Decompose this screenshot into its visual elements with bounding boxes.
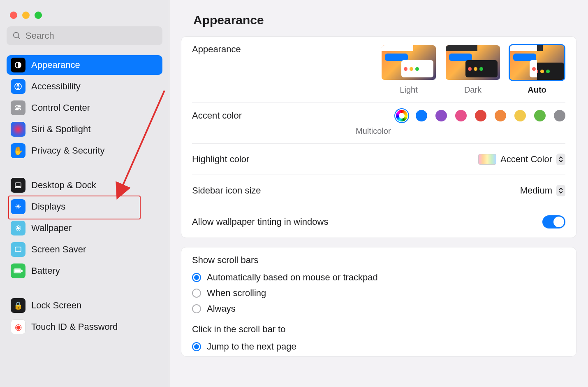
sidebar-item-label: Screen Saver bbox=[31, 244, 86, 255]
sidebar-item-screensaver[interactable]: Screen Saver bbox=[7, 240, 162, 259]
sidebar-item-battery[interactable]: Battery bbox=[7, 261, 162, 281]
radio-label: Always bbox=[207, 303, 236, 314]
theme-label: Dark bbox=[464, 85, 482, 95]
wallpaper-icon: ❀ bbox=[11, 221, 25, 235]
appearance-label: Appearance bbox=[192, 44, 380, 55]
radio-icon bbox=[192, 342, 201, 351]
svg-rect-11 bbox=[15, 247, 21, 252]
svg-rect-14 bbox=[15, 270, 20, 272]
highlight-value: Accent Color bbox=[500, 154, 552, 165]
click-title: Click in the scroll bar to bbox=[192, 324, 565, 335]
accent-graphite[interactable] bbox=[554, 110, 565, 121]
sidebar-icon-select[interactable]: Medium bbox=[520, 185, 565, 196]
scroll-title: Show scroll bars bbox=[192, 255, 565, 266]
sidebar-item-label: Control Center bbox=[31, 103, 90, 113]
close-icon[interactable] bbox=[10, 12, 17, 19]
accent-label: Accent color bbox=[192, 110, 396, 121]
sidebar-item-label: Siri & Spotlight bbox=[31, 124, 90, 135]
sidebar-item-siri[interactable]: Siri & Spotlight bbox=[7, 119, 162, 139]
highlight-select[interactable]: Accent Color bbox=[478, 154, 565, 165]
scroll-option-when[interactable]: When scrolling bbox=[192, 285, 565, 301]
theme-option-dark[interactable]: Dark bbox=[444, 44, 501, 95]
accent-purple[interactable] bbox=[435, 110, 447, 121]
svg-point-4 bbox=[17, 84, 19, 85]
scroll-panel: Show scroll bars Automatically based on … bbox=[181, 247, 576, 357]
accent-color-list bbox=[396, 110, 565, 121]
accent-multicolor[interactable] bbox=[396, 110, 407, 121]
theme-option-light[interactable]: Light bbox=[380, 44, 437, 95]
sidebar-item-lockscreen[interactable]: 🔒 Lock Screen bbox=[7, 296, 162, 315]
zoom-icon[interactable] bbox=[35, 12, 42, 19]
sidebar-item-displays[interactable]: ☀ Displays bbox=[7, 197, 162, 217]
sidebar-item-label: Touch ID & Password bbox=[31, 322, 118, 332]
accessibility-icon bbox=[11, 79, 25, 94]
sidebar: Appearance Accessibility Control Center … bbox=[0, 0, 169, 387]
radio-icon bbox=[192, 273, 201, 282]
theme-label: Light bbox=[400, 85, 417, 95]
accent-row: Accent color Multicolor bbox=[192, 103, 565, 144]
hand-icon: ✋ bbox=[11, 143, 25, 158]
window-controls bbox=[4, 7, 165, 26]
sidebar-item-label: Appearance bbox=[31, 60, 80, 70]
highlight-swatch-icon bbox=[478, 154, 496, 165]
radio-icon bbox=[192, 289, 201, 298]
sidebar-icon-value: Medium bbox=[520, 185, 552, 196]
scroll-option-auto[interactable]: Automatically based on mouse or trackpad bbox=[192, 270, 565, 285]
radio-label: When scrolling bbox=[207, 288, 266, 298]
search-field[interactable] bbox=[7, 26, 162, 45]
accent-pink[interactable] bbox=[455, 110, 467, 121]
sidebar-item-control-center[interactable]: Control Center bbox=[7, 98, 162, 118]
radio-label: Jump to the next page bbox=[207, 341, 296, 352]
theme-label: Auto bbox=[528, 85, 546, 95]
sidebar-icon-row: Sidebar icon size Medium bbox=[192, 175, 565, 206]
search-input[interactable] bbox=[25, 30, 157, 41]
siri-icon bbox=[11, 122, 25, 137]
appearance-row: Appearance Light Dark Auto bbox=[192, 37, 565, 103]
radio-icon bbox=[192, 304, 201, 313]
sidebar-item-wallpaper[interactable]: ❀ Wallpaper bbox=[7, 218, 162, 238]
sidebar-item-privacy[interactable]: ✋ Privacy & Security bbox=[7, 141, 162, 161]
theme-option-auto[interactable]: Auto bbox=[509, 44, 565, 95]
accent-blue[interactable] bbox=[416, 110, 427, 121]
highlight-label: Highlight color bbox=[192, 154, 478, 165]
sidebar-nav: Appearance Accessibility Control Center … bbox=[4, 55, 165, 337]
accent-orange[interactable] bbox=[495, 110, 506, 121]
appearance-panel: Appearance Light Dark Auto bbox=[181, 36, 576, 238]
svg-point-0 bbox=[14, 33, 19, 38]
sidebar-item-label: Desktop & Dock bbox=[31, 180, 96, 191]
sidebar-item-accessibility[interactable]: Accessibility bbox=[7, 77, 162, 96]
tinting-toggle[interactable] bbox=[542, 215, 565, 228]
svg-rect-5 bbox=[15, 105, 21, 107]
search-icon bbox=[12, 31, 21, 40]
sidebar-item-label: Lock Screen bbox=[31, 300, 81, 311]
accent-caption: Multicolor bbox=[356, 126, 391, 136]
accent-red[interactable] bbox=[475, 110, 486, 121]
displays-icon: ☀ bbox=[11, 199, 25, 214]
dock-icon bbox=[11, 178, 25, 193]
page-title: Appearance bbox=[169, 0, 588, 36]
sidebar-item-label: Battery bbox=[31, 266, 60, 276]
control-center-icon bbox=[11, 100, 25, 115]
sidebar-item-appearance[interactable]: Appearance bbox=[7, 55, 162, 75]
battery-icon bbox=[11, 263, 25, 278]
sidebar-item-label: Wallpaper bbox=[31, 223, 72, 233]
svg-point-8 bbox=[19, 109, 20, 110]
click-option-jump[interactable]: Jump to the next page bbox=[192, 339, 565, 354]
tinting-row: Allow wallpaper tinting in windows bbox=[192, 206, 565, 238]
minimize-icon[interactable] bbox=[22, 12, 30, 19]
sidebar-icon-label: Sidebar icon size bbox=[192, 185, 520, 196]
sidebar-item-desktop-dock[interactable]: Desktop & Dock bbox=[7, 175, 162, 195]
screensaver-icon bbox=[11, 242, 25, 257]
radio-label: Automatically based on mouse or trackpad bbox=[207, 272, 378, 283]
chevron-updown-icon bbox=[556, 154, 565, 165]
main-content: Appearance Appearance Light Dark bbox=[169, 0, 588, 387]
sidebar-item-label: Privacy & Security bbox=[31, 145, 105, 156]
accent-green[interactable] bbox=[534, 110, 546, 121]
settings-window: Appearance Accessibility Control Center … bbox=[0, 0, 588, 387]
accent-yellow[interactable] bbox=[514, 110, 526, 121]
highlight-row: Highlight color Accent Color bbox=[192, 144, 565, 175]
sidebar-item-touchid[interactable]: ◉ Touch ID & Password bbox=[7, 317, 162, 337]
scroll-option-always[interactable]: Always bbox=[192, 301, 565, 317]
sidebar-item-label: Accessibility bbox=[31, 81, 81, 92]
svg-rect-13 bbox=[21, 270, 22, 272]
